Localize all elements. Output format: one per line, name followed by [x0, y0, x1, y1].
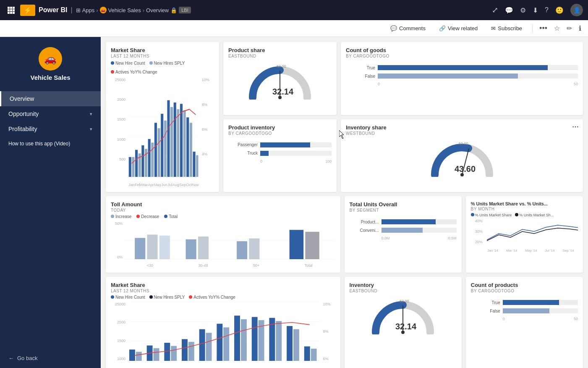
count-goods-chart: True False 0 50 [346, 65, 578, 86]
market-share-title: Market Share [111, 47, 214, 53]
emoji-icon[interactable]: 🙂 [555, 6, 564, 14]
sidebar-item-overview[interactable]: Overview [0, 91, 101, 106]
svg-rect-79 [206, 333, 212, 361]
market-share-subtitle: LAST 12 MONTHS [111, 54, 214, 58]
svg-rect-27 [151, 142, 154, 177]
ms-b-red-dot [189, 295, 192, 299]
chevron-down-icon-2: ▾ [90, 126, 92, 132]
svg-rect-54 [186, 239, 196, 259]
apps-label[interactable]: Apps [82, 7, 95, 13]
svg-rect-39 [190, 123, 192, 177]
svg-point-43 [460, 173, 464, 176]
subscribe-button[interactable]: ✉ Subscribe [488, 24, 525, 33]
sidebar-item-profitability[interactable]: Profitability ▾ [0, 121, 101, 137]
action-separator [532, 24, 533, 33]
overview-label[interactable]: Overview [146, 7, 169, 13]
increase-label: Increase [115, 214, 131, 219]
cp-false-bar [503, 308, 578, 313]
total-units-title: Total Units Overall [350, 201, 457, 208]
focus-mode-icon[interactable]: ⤢ [492, 5, 498, 15]
cp-axis-50: 50 [574, 317, 578, 321]
svg-rect-40 [193, 152, 195, 177]
download-icon[interactable]: ⬇ [533, 6, 538, 14]
svg-rect-35 [177, 109, 179, 177]
product-inventory-card: Product inventory BY CARGOODTOGO Passeng… [223, 119, 337, 192]
market-share-chart: 25000200015001000500 10%8%6%4% [111, 78, 214, 187]
go-back-button[interactable]: ← Go back [8, 355, 92, 361]
topbar: ⚡ Power BI | ⊞ Apps › 🚗 Vehicle Sales › … [0, 0, 588, 20]
product-share-gauge: 0.00 50.00 120.00 32.14 [228, 58, 332, 103]
ms-bottom-subtitle: LAST 12 MONTHS [111, 289, 335, 293]
decrease-label: Decrease [141, 214, 159, 219]
count-goods-subtitle: BY CARGOODTOGO [346, 54, 578, 58]
toll-x-30-49: 30-49 [198, 263, 208, 268]
view-related-button[interactable]: 🔗 View related [436, 24, 481, 33]
product-inventory-chart: Passenger Truck 0 100 [228, 142, 332, 163]
svg-rect-70 [234, 315, 240, 361]
svg-rect-4 [10, 9, 12, 11]
new-hires-sply-label: New Hires SPLY [154, 61, 185, 66]
pct-dark-dot [515, 213, 518, 216]
chart-plot [128, 78, 199, 177]
true-label: True [346, 66, 375, 70]
help-icon[interactable]: ? [545, 6, 549, 14]
toll-amount-card: Toll Amount TODAY Increase Decrease Tota… [106, 196, 340, 273]
user-avatar[interactable]: 👤 [570, 4, 583, 16]
svg-rect-68 [199, 329, 205, 361]
more-options-icon[interactable]: ••• [539, 24, 547, 33]
axis-0: 0 [378, 82, 380, 86]
blue-dot [111, 61, 114, 65]
svg-rect-36 [180, 104, 183, 177]
pct-market-subtitle: BY MONTH [471, 207, 578, 211]
svg-rect-51 [135, 238, 145, 259]
toll-chart: 50%0% [111, 221, 335, 268]
passenger-label: Passenger [228, 142, 258, 147]
comment-topbar-icon[interactable]: 💬 [505, 6, 513, 14]
svg-rect-56 [237, 241, 247, 259]
svg-rect-22 [135, 150, 138, 177]
sidebar-item-howto[interactable]: How to use this app (Video) [0, 137, 101, 151]
total-units-chart: Product... Conveni... 0.0M 0.5M [350, 219, 457, 240]
actives-yoy-label: Actives YoY% Change [115, 70, 157, 74]
grid-icon[interactable] [5, 4, 17, 16]
sidebar-item-opportunity[interactable]: Opportunity ▾ [0, 106, 101, 121]
subscribe-icon: ✉ [491, 25, 496, 32]
view-related-label: View related [448, 25, 478, 32]
svg-rect-57 [249, 239, 259, 260]
svg-rect-67 [182, 339, 188, 361]
sidebar-item-opportunity-label: Opportunity [8, 110, 39, 117]
total-units-subtitle: BY SEGMENT [350, 208, 457, 213]
svg-rect-55 [198, 237, 209, 259]
settings-icon[interactable]: ⚙ [520, 6, 526, 14]
product-inventory-title: Product inventory [228, 124, 332, 131]
svg-text:32.14: 32.14 [272, 87, 294, 96]
sidebar-item-profitability-label: Profitability [8, 126, 37, 132]
svg-rect-84 [293, 329, 299, 361]
false-bar [378, 74, 578, 79]
info-icon[interactable]: ℹ [579, 24, 581, 32]
count-products-bottom-card: Count of products BY CARGOODTOGO True Fa… [466, 277, 583, 368]
svg-text:43.60: 43.60 [455, 164, 476, 173]
svg-rect-58 [290, 230, 304, 259]
svg-rect-66 [164, 343, 170, 361]
inv-axis-0: 0 [260, 159, 262, 163]
svg-rect-37 [183, 110, 186, 177]
toll-x-lt30: <30 [147, 263, 153, 268]
svg-rect-29 [157, 128, 160, 177]
comments-button[interactable]: 💬 Comments [387, 24, 429, 33]
total-dot [164, 215, 167, 218]
card-menu-icon[interactable]: ⋯ [572, 123, 579, 131]
total-units-card: Total Units Overall BY SEGMENT Product..… [345, 196, 462, 273]
decrease-dot [136, 215, 140, 218]
edit-icon[interactable]: ✏ [567, 24, 572, 32]
svg-rect-75 [136, 352, 142, 361]
svg-rect-1 [10, 7, 12, 9]
vehicle-sales-label[interactable]: Vehicle Sales [108, 7, 141, 13]
sidebar-item-howto-label: How to use this app (Video) [8, 141, 70, 147]
increase-dot [111, 215, 114, 218]
svg-rect-3 [8, 9, 10, 11]
cp-true-label: True [471, 300, 500, 305]
svg-text:50.00: 50.00 [277, 64, 286, 68]
market-share-legend: New Hire Count New Hires SPLY Actives Yo… [111, 61, 214, 74]
bookmark-icon[interactable]: ☆ [554, 24, 560, 32]
